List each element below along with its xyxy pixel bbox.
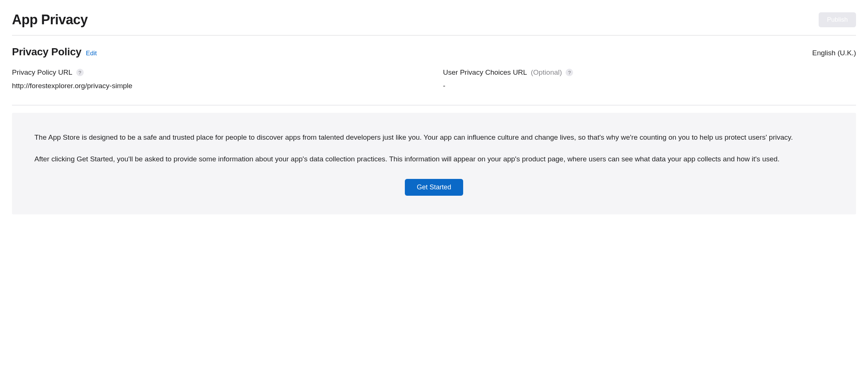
page-header: App Privacy Publish (12, 12, 856, 28)
get-started-wrapper: Get Started (34, 179, 834, 196)
field-label: User Privacy Choices URL (443, 68, 527, 77)
privacy-policy-url-field: Privacy Policy URL ? http://forestexplor… (12, 68, 425, 90)
field-label: Privacy Policy URL (12, 68, 73, 77)
section-divider (12, 105, 856, 105)
privacy-policy-header: Privacy Policy Edit English (U.K.) (12, 46, 856, 58)
edit-link[interactable]: Edit (86, 50, 97, 57)
header-divider (12, 35, 856, 35)
language-label: English (U.K.) (812, 49, 856, 57)
info-panel: The App Store is designed to be a safe a… (12, 113, 856, 214)
section-title-group: Privacy Policy Edit (12, 46, 97, 58)
info-paragraph-1: The App Store is designed to be a safe a… (34, 132, 834, 143)
get-started-button[interactable]: Get Started (405, 179, 463, 196)
user-privacy-choices-url-field: User Privacy Choices URL (Optional) ? - (443, 68, 856, 90)
optional-label: (Optional) (531, 68, 562, 77)
field-label-row: User Privacy Choices URL (Optional) ? (443, 68, 856, 77)
page-title: App Privacy (12, 12, 88, 28)
publish-button[interactable]: Publish (819, 12, 856, 27)
section-title: Privacy Policy (12, 46, 81, 58)
user-privacy-choices-url-value: - (443, 82, 856, 90)
fields-row: Privacy Policy URL ? http://forestexplor… (12, 68, 856, 90)
help-icon[interactable]: ? (76, 69, 84, 76)
info-paragraph-2: After clicking Get Started, you'll be as… (34, 154, 834, 164)
privacy-policy-url-value: http://forestexplorer.org/privacy-simple (12, 82, 425, 90)
help-icon[interactable]: ? (566, 69, 573, 76)
field-label-row: Privacy Policy URL ? (12, 68, 425, 77)
